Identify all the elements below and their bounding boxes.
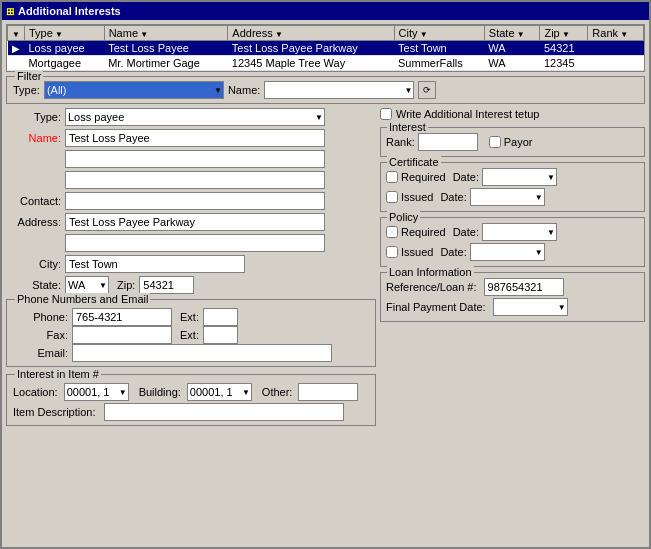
- col-zip[interactable]: Zip: [540, 26, 588, 41]
- policy-issued-label: Issued: [401, 246, 433, 258]
- loan-final-date-wrapper[interactable]: [493, 298, 568, 316]
- policy-issued-checkbox[interactable]: [386, 246, 398, 258]
- title-bar: ⊞ Additional Interests: [2, 2, 649, 20]
- cell-city: Test Town: [394, 41, 484, 56]
- payor-label: Payor: [504, 136, 533, 148]
- building-select-wrapper[interactable]: 00001, 1: [187, 383, 252, 401]
- loan-final-label: Final Payment Date:: [386, 301, 486, 313]
- state-select-wrapper[interactable]: WA: [65, 276, 109, 294]
- loan-ref-label: Reference/Loan #:: [386, 281, 477, 293]
- loan-ref-row: Reference/Loan #:: [386, 278, 639, 296]
- col-name[interactable]: Name: [104, 26, 228, 41]
- fax-ext-input[interactable]: [203, 326, 238, 344]
- filter-type-select[interactable]: (All)Loss payeeMortgageeAdditional Insur…: [44, 81, 224, 99]
- payor-checkbox[interactable]: [489, 136, 501, 148]
- col-state[interactable]: State: [484, 26, 540, 41]
- interest-item-group: Interest in Item # Location: 00001, 1 Bu…: [6, 374, 376, 426]
- table-row[interactable]: Mortgagee Mr. Mortimer Gage 12345 Maple …: [8, 56, 644, 71]
- building-label: Building:: [139, 386, 181, 398]
- cell-rank: [588, 41, 644, 56]
- filter-type-wrapper[interactable]: (All)Loss payeeMortgageeAdditional Insur…: [44, 81, 224, 99]
- name-extra2-row: [6, 171, 376, 189]
- address-extra-row: [6, 234, 376, 252]
- cert-required-checkbox[interactable]: [386, 171, 398, 183]
- main-body: Type: Loss payee Name:: [6, 108, 645, 543]
- col-rank[interactable]: Rank: [588, 26, 644, 41]
- filter-refresh-button[interactable]: ⟳: [418, 81, 436, 99]
- location-select[interactable]: 00001, 1: [64, 383, 129, 401]
- right-panel: Write Additional Interest tetup Interest…: [380, 108, 645, 543]
- zip-input[interactable]: [139, 276, 194, 294]
- policy-issued-date-wrapper[interactable]: [470, 243, 545, 261]
- rank-input[interactable]: [418, 133, 478, 151]
- phone-input[interactable]: [72, 308, 172, 326]
- cell-type: Loss payee: [24, 41, 104, 56]
- phone-row: Phone: Ext:: [13, 308, 369, 326]
- write-ai-checkbox[interactable]: [380, 108, 392, 120]
- policy-required-date-wrapper[interactable]: [482, 223, 557, 241]
- interest-item-label: Interest in Item #: [15, 368, 101, 380]
- table-row[interactable]: ▶ Loss payee Test Loss Payee Test Loss P…: [8, 41, 644, 56]
- col-address[interactable]: Address: [228, 26, 394, 41]
- name-extra2-input[interactable]: [65, 171, 325, 189]
- additional-interests-window: ⊞ Additional Interests Type Name Address…: [0, 0, 651, 549]
- cert-issued-date-select[interactable]: [470, 188, 545, 206]
- col-indicator[interactable]: [8, 26, 25, 41]
- interest-subgroup: Interest Rank: Payor: [380, 127, 645, 157]
- name-extra1-input[interactable]: [65, 150, 325, 168]
- cell-address: 12345 Maple Tree Way: [228, 56, 394, 71]
- type-row: Type: Loss payee: [6, 108, 376, 126]
- address-extra-input[interactable]: [65, 234, 325, 252]
- row-indicator: [8, 56, 25, 71]
- fax-row: Fax: Ext:: [13, 326, 369, 344]
- cert-required-date-wrapper[interactable]: [482, 168, 557, 186]
- policy-issued-date-select[interactable]: [470, 243, 545, 261]
- other-input[interactable]: [298, 383, 358, 401]
- email-input[interactable]: [72, 344, 332, 362]
- fax-input[interactable]: [72, 326, 172, 344]
- policy-required-date-select[interactable]: [482, 223, 557, 241]
- zip-label: Zip:: [117, 279, 135, 291]
- loan-label: Loan Information: [387, 266, 474, 278]
- col-type[interactable]: Type: [24, 26, 104, 41]
- building-select[interactable]: 00001, 1: [187, 383, 252, 401]
- policy-required-checkbox[interactable]: [386, 226, 398, 238]
- contact-input[interactable]: [65, 192, 325, 210]
- loan-final-date-select[interactable]: [493, 298, 568, 316]
- cell-state: WA: [484, 56, 540, 71]
- name-input[interactable]: [65, 129, 325, 147]
- type-select[interactable]: Loss payee: [65, 108, 325, 126]
- interest-subgroup-label: Interest: [387, 121, 428, 133]
- state-zip-row: State: WA Zip:: [6, 276, 376, 294]
- cell-address: Test Loss Payee Parkway: [228, 41, 394, 56]
- address-label: Address:: [6, 216, 61, 228]
- contact-label: Contact:: [6, 195, 61, 207]
- state-select[interactable]: WA: [65, 276, 109, 294]
- address-input[interactable]: [65, 213, 325, 231]
- filter-name-wrapper[interactable]: [264, 81, 414, 99]
- location-select-wrapper[interactable]: 00001, 1: [64, 383, 129, 401]
- policy-required-label: Required: [401, 226, 446, 238]
- fax-label: Fax:: [13, 329, 68, 341]
- city-input[interactable]: [65, 255, 245, 273]
- filter-name-label: Name:: [228, 84, 260, 96]
- item-desc-row: Item Description:: [13, 403, 369, 421]
- loan-subgroup: Loan Information Reference/Loan #: Final…: [380, 272, 645, 322]
- location-label: Location:: [13, 386, 58, 398]
- type-select-wrapper[interactable]: Loss payee: [65, 108, 325, 126]
- left-panel: Type: Loss payee Name:: [6, 108, 376, 543]
- policy-subgroup: Policy Required Date: Issued Date:: [380, 217, 645, 267]
- cert-issued-date-wrapper[interactable]: [470, 188, 545, 206]
- cert-issued-checkbox[interactable]: [386, 191, 398, 203]
- email-label: Email:: [13, 347, 68, 359]
- filter-name-select[interactable]: [264, 81, 414, 99]
- cert-issued-label: Issued: [401, 191, 433, 203]
- cert-required-date-select[interactable]: [482, 168, 557, 186]
- interest-item-row: Location: 00001, 1 Building: 00001, 1: [13, 383, 369, 401]
- policy-label: Policy: [387, 211, 420, 223]
- col-city[interactable]: City: [394, 26, 484, 41]
- loan-ref-input[interactable]: [484, 278, 564, 296]
- item-desc-input[interactable]: [104, 403, 344, 421]
- phone-ext-input[interactable]: [203, 308, 238, 326]
- cert-required-label: Required: [401, 171, 446, 183]
